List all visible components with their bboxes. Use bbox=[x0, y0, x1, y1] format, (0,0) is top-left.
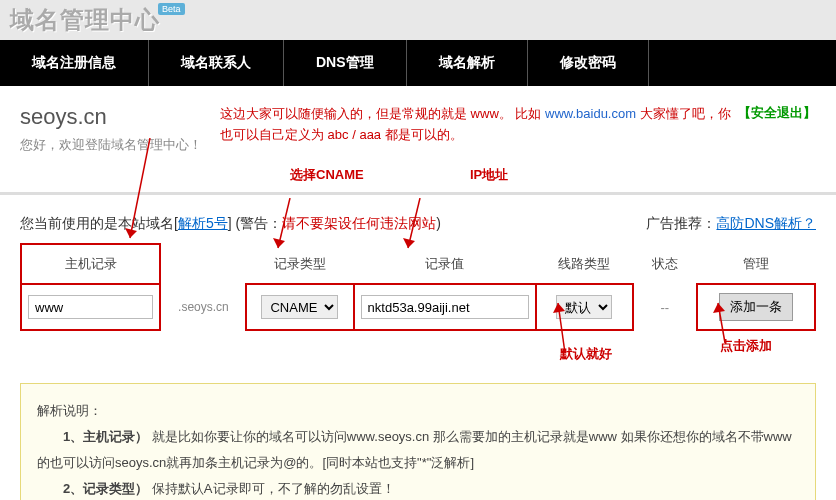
annot-ip: IP地址 bbox=[470, 166, 508, 184]
th-value: 记录值 bbox=[354, 244, 536, 284]
type-select[interactable]: CNAME bbox=[261, 295, 338, 319]
nav-password[interactable]: 修改密码 bbox=[528, 40, 649, 86]
logo-text: 域名管理中心 bbox=[10, 4, 160, 36]
ad-block: 广告推荐：高防DNS解析？ bbox=[646, 215, 816, 233]
dns-table: 主机记录 记录类型 记录值 线路类型 状态 管理 .seoys.cn CNAME… bbox=[20, 243, 816, 331]
th-suffix bbox=[160, 244, 246, 284]
domain-block: seoys.cn 您好，欢迎登陆域名管理中心！ bbox=[20, 104, 202, 154]
th-manage: 管理 bbox=[697, 244, 815, 284]
annot-default: 默认就好 bbox=[560, 345, 612, 363]
p2-label: 2、记录类型） bbox=[63, 481, 148, 496]
line-select[interactable]: 默认 bbox=[556, 295, 612, 319]
annotation-top: 这边大家可以随便输入的，但是常规的就是 www。 比如 www.baidu.co… bbox=[220, 104, 738, 146]
notice-prefix: 您当前使用的是本站域名[ bbox=[20, 215, 178, 231]
th-host: 主机记录 bbox=[21, 244, 160, 284]
notice-link-resolve[interactable]: 解析5号 bbox=[178, 215, 228, 231]
domain-title: seoys.cn bbox=[20, 104, 202, 130]
beta-badge: Beta bbox=[158, 3, 185, 15]
main-nav: 域名注册信息 域名联系人 DNS管理 域名解析 修改密码 bbox=[0, 40, 836, 86]
annot-add: 点击添加 bbox=[720, 337, 772, 355]
th-line: 线路类型 bbox=[536, 244, 633, 284]
th-type: 记录类型 bbox=[246, 244, 353, 284]
notice-suffix: ) bbox=[436, 215, 441, 231]
nav-dns[interactable]: DNS管理 bbox=[284, 40, 407, 86]
welcome-text: 您好，欢迎登陆域名管理中心！ bbox=[20, 136, 202, 154]
nav-resolve[interactable]: 域名解析 bbox=[407, 40, 528, 86]
host-input[interactable] bbox=[28, 295, 153, 319]
p1-text: 就是比如你要让你的域名可以访问www.seoys.cn 那么需要加的主机记录就是… bbox=[37, 429, 792, 470]
notice-bar: 您当前使用的是本站域名[解析5号] (警告：请不要架设任何违法网站) 广告推荐：… bbox=[0, 205, 836, 243]
annot-text-url: www.baidu.com bbox=[545, 106, 636, 121]
annot-cname: 选择CNAME bbox=[290, 166, 364, 184]
table-row: .seoys.cn CNAME 默认 -- 添加一条 bbox=[21, 284, 815, 330]
p1-label: 1、主机记录） bbox=[63, 429, 148, 444]
explain-p2: 2、记录类型） 保持默认A记录即可，不了解的勿乱设置！ bbox=[37, 476, 799, 500]
logo-bar: 域名管理中心Beta bbox=[0, 0, 836, 40]
nav-contact[interactable]: 域名联系人 bbox=[149, 40, 284, 86]
explain-box: 解析说明： 1、主机记录） 就是比如你要让你的域名可以访问www.seoys.c… bbox=[20, 383, 816, 500]
th-status: 状态 bbox=[633, 244, 697, 284]
notice-warn: 请不要架设任何违法网站 bbox=[282, 215, 436, 231]
nav-register-info[interactable]: 域名注册信息 bbox=[0, 40, 149, 86]
host-suffix: .seoys.cn bbox=[160, 284, 246, 330]
p2-text: 保持默认A记录即可，不了解的勿乱设置！ bbox=[148, 481, 394, 496]
add-button[interactable]: 添加一条 bbox=[719, 293, 793, 321]
annot-text-a: 这边大家可以随便输入的，但是常规的就是 www。 比如 bbox=[220, 106, 545, 121]
divider bbox=[0, 192, 836, 195]
table-header-row: 主机记录 记录类型 记录值 线路类型 状态 管理 bbox=[21, 244, 815, 284]
header-row: seoys.cn 您好，欢迎登陆域名管理中心！ 这边大家可以随便输入的，但是常规… bbox=[0, 86, 836, 166]
dns-table-wrap: 主机记录 记录类型 记录值 线路类型 状态 管理 .seoys.cn CNAME… bbox=[0, 243, 836, 365]
explain-p1: 1、主机记录） 就是比如你要让你的域名可以访问www.seoys.cn 那么需要… bbox=[37, 424, 799, 476]
value-input[interactable] bbox=[361, 295, 529, 319]
status-cell: -- bbox=[633, 284, 697, 330]
ad-link[interactable]: 高防DNS解析？ bbox=[716, 215, 816, 231]
notice-mid: ] (警告： bbox=[228, 215, 282, 231]
explain-title: 解析说明： bbox=[37, 398, 799, 424]
logout-link[interactable]: 【安全退出】 bbox=[738, 104, 816, 122]
ad-label: 广告推荐： bbox=[646, 215, 716, 231]
